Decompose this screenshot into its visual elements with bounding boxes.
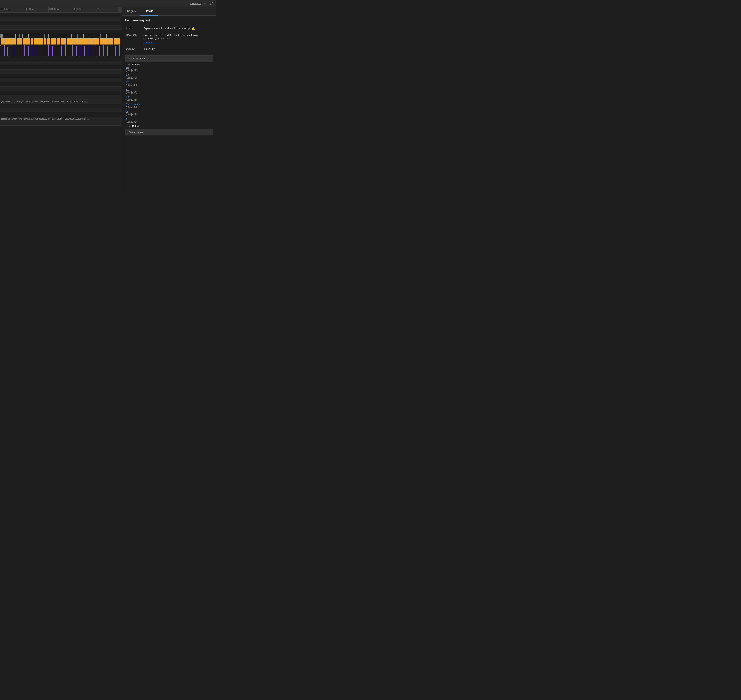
list-item: b (gtm.js:394) xyxy=(125,116,213,124)
svg-rect-7 xyxy=(4,34,4,38)
svg-rect-104 xyxy=(103,46,104,56)
longest-functions-arrow: ▼ xyxy=(126,57,128,60)
function-name-1: insertBefore xyxy=(126,63,140,66)
timeline-row-14 xyxy=(0,91,122,95)
svg-rect-56 xyxy=(47,38,50,44)
svg-rect-110 xyxy=(4,45,4,46)
svg-rect-54 xyxy=(40,38,43,44)
learn-more-link[interactable]: Learn more xyxy=(143,41,156,44)
feedback-link[interactable]: Feedback xyxy=(190,2,201,5)
duration-value: 466μs (1%) xyxy=(143,46,213,52)
svg-rect-64 xyxy=(75,38,78,44)
function-link-6[interactable]: (anonymous) xyxy=(126,103,212,106)
timeline-row-18 xyxy=(0,112,122,117)
function-link-3[interactable]: fC xyxy=(126,81,212,84)
function-link-1[interactable]: Hx xyxy=(126,66,212,69)
tab-bar: Insights Details xyxy=(122,7,216,16)
svg-rect-16 xyxy=(22,34,23,38)
svg-rect-23 xyxy=(44,34,45,38)
flame-chart-svg xyxy=(0,34,122,57)
warning-icon: ⚠️ xyxy=(192,26,195,30)
stack-traces-section[interactable]: ▼ Stack traces xyxy=(125,129,213,135)
svg-rect-70 xyxy=(95,38,99,44)
flame-chart-row[interactable] xyxy=(0,34,122,57)
svg-rect-44 xyxy=(7,38,9,44)
svg-rect-58 xyxy=(53,38,56,44)
svg-rect-53 xyxy=(37,38,39,44)
svg-rect-37 xyxy=(120,34,120,38)
list-item: fC (gtm.js:306) xyxy=(125,80,213,87)
svg-rect-17 xyxy=(25,34,25,38)
function-link-8[interactable]: b xyxy=(126,117,212,120)
svg-rect-61 xyxy=(64,38,66,44)
svg-rect-99 xyxy=(84,46,85,56)
svg-rect-88 xyxy=(41,46,41,56)
timeline-row-2 xyxy=(0,17,122,21)
svg-rect-51 xyxy=(31,38,33,44)
list-item: (anonymous) (gtm.js:379) xyxy=(125,102,213,109)
tab-insights[interactable]: Insights xyxy=(122,7,140,16)
help-icon[interactable]: ? xyxy=(209,1,213,5)
svg-rect-18 xyxy=(28,34,29,38)
svg-rect-66 xyxy=(81,38,85,44)
svg-rect-21 xyxy=(37,34,37,38)
svg-rect-52 xyxy=(34,38,37,44)
svg-rect-65 xyxy=(78,38,81,44)
svg-rect-75 xyxy=(114,38,116,44)
svg-rect-14 xyxy=(15,34,16,38)
howtofix-value: Optimize how you load this third party s… xyxy=(143,32,213,46)
issue-text: Expensive function call in third party s… xyxy=(143,27,190,30)
timeline-row-10 xyxy=(0,74,122,78)
svg-rect-22 xyxy=(40,34,40,38)
function-name-9: insertBefore xyxy=(126,125,140,128)
svg-rect-72 xyxy=(103,38,106,44)
timeline-row-1 xyxy=(0,13,122,17)
svg-rect-57 xyxy=(51,38,53,44)
settings-icon[interactable] xyxy=(203,1,207,5)
function-source-6: (gtm.js:379) xyxy=(126,106,138,109)
svg-rect-9 xyxy=(6,34,6,38)
svg-rect-83 xyxy=(21,47,21,56)
svg-rect-97 xyxy=(76,46,77,56)
timeline-rows: ge.pubnation.com/usersync/redirect?partn… xyxy=(0,13,122,199)
duration-label: Duration xyxy=(125,46,143,52)
list-item: iv (gtm.js:274) xyxy=(125,109,213,116)
svg-rect-107 xyxy=(115,46,116,56)
longest-functions-label: Longest functions xyxy=(129,57,149,60)
longest-functions-section[interactable]: ▼ Longest functions xyxy=(125,55,213,62)
svg-rect-60 xyxy=(61,38,64,44)
function-link-7[interactable]: iv xyxy=(126,110,212,113)
list-item: insertBefore xyxy=(125,124,213,128)
function-link-2[interactable]: ac xyxy=(126,73,212,76)
issue-value: Expensive function call in third party s… xyxy=(143,25,213,32)
svg-rect-28 xyxy=(71,34,72,38)
svg-rect-81 xyxy=(13,46,14,56)
timeline-row-4 xyxy=(0,25,122,29)
timeline-row-15 xyxy=(0,95,122,99)
svg-rect-67 xyxy=(85,38,88,44)
svg-rect-25 xyxy=(54,34,54,38)
svg-rect-59 xyxy=(57,38,60,44)
function-link-5[interactable]: mc xyxy=(126,95,212,98)
issue-label: Issue xyxy=(125,25,143,32)
svg-rect-24 xyxy=(48,34,49,38)
svg-rect-98 xyxy=(80,46,81,56)
svg-rect-69 xyxy=(92,38,94,44)
svg-rect-49 xyxy=(23,38,27,44)
table-row-issue: Issue Expensive function call in third p… xyxy=(125,25,213,32)
timeline-panel: 28,000ms 32,000ms 36,000ms 40,000ms 44,0… xyxy=(0,7,122,199)
function-source-5: (gtm.js:61) xyxy=(126,99,137,101)
svg-rect-63 xyxy=(71,38,74,44)
time-tick-3: 36,000ms xyxy=(49,7,73,12)
svg-rect-8 xyxy=(5,34,5,38)
svg-rect-11 xyxy=(10,34,10,38)
tab-details[interactable]: Details xyxy=(140,7,158,16)
function-list: insertBefore Hx (gtm.js:292) ac (gtm.js:… xyxy=(125,62,213,128)
svg-rect-3 xyxy=(0,34,1,38)
svg-rect-10 xyxy=(7,34,7,38)
list-item: insertBefore Hx (gtm.js:292) xyxy=(125,62,213,72)
svg-rect-26 xyxy=(60,34,60,38)
function-link-4[interactable]: Ve xyxy=(126,88,212,91)
table-row-howtofix: How to fix Optimize how you load this th… xyxy=(125,32,213,46)
detail-table: Issue Expensive function call in third p… xyxy=(125,25,213,52)
